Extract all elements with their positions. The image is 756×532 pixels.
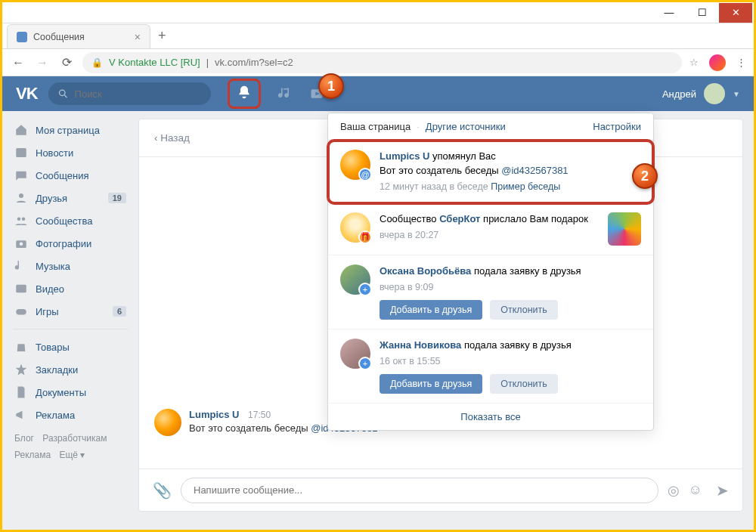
nav-reload-icon[interactable]: ⟳ xyxy=(58,55,75,70)
browser-profile-avatar[interactable] xyxy=(709,54,726,71)
notif-name[interactable]: Lumpics U xyxy=(380,150,429,162)
header-search[interactable] xyxy=(48,82,211,105)
header-username: Андрей xyxy=(662,88,696,100)
news-icon xyxy=(14,146,28,159)
nav-music[interactable]: Музыка xyxy=(5,255,135,277)
chat-input-row: 📎 ◎ ☺ ➤ xyxy=(139,469,742,511)
footer-devs[interactable]: Разработчикам xyxy=(42,433,107,444)
nav-friends[interactable]: Друзья19 xyxy=(5,187,135,209)
nav-bookmarks[interactable]: Закладки xyxy=(5,358,135,381)
nav-ads[interactable]: Реклама xyxy=(5,404,135,426)
browser-menu-icon[interactable]: ⋮ xyxy=(736,57,746,68)
new-tab-button[interactable]: + xyxy=(150,23,174,48)
notifications-button[interactable] xyxy=(228,79,261,109)
message-avatar[interactable] xyxy=(154,409,181,436)
notif-name[interactable]: Оксана Воробьёва xyxy=(380,265,471,277)
notif-name[interactable]: Жанна Новикова xyxy=(380,339,461,351)
notif-item-gift[interactable]: 🎁 Сообщество СберКот прислало Вам подаро… xyxy=(328,203,653,255)
nav-my-page[interactable]: Моя страница xyxy=(5,119,135,141)
favicon-icon xyxy=(17,32,27,42)
notif-avatar[interactable]: @ xyxy=(340,150,370,180)
vk-header: VK Андрей ▼ xyxy=(2,76,754,111)
notif-time: 16 окт в 15:55 xyxy=(380,354,641,368)
svg-point-4 xyxy=(19,193,23,198)
footer-more[interactable]: Ещё ▾ xyxy=(59,450,85,460)
doc-icon xyxy=(14,385,28,399)
notif-time: вчера в 20:27 xyxy=(380,228,599,242)
mention-badge-icon: @ xyxy=(358,168,372,181)
friends-icon xyxy=(14,191,28,205)
svg-rect-3 xyxy=(16,148,26,157)
gift-badge-icon: 🎁 xyxy=(358,230,372,244)
browser-tabstrip: Сообщения × + xyxy=(2,23,754,49)
notif-item-friend-request-1[interactable]: + Оксана Воробьёва подала заявку в друзь… xyxy=(328,255,653,329)
window-minimize[interactable]: — xyxy=(652,3,686,23)
notif-tab-other[interactable]: Другие источники xyxy=(426,121,506,132)
left-nav: Моя страница Новости Сообщения Друзья19 … xyxy=(2,111,138,475)
nav-communities[interactable]: Сообщества xyxy=(5,209,135,232)
lock-icon: 🔒 xyxy=(91,57,103,68)
annotation-marker-1: 1 xyxy=(318,73,344,99)
nav-photos[interactable]: Фотографии xyxy=(5,232,135,255)
nav-games[interactable]: Игры6 xyxy=(5,300,135,323)
notif-mention-link[interactable]: @id432567381 xyxy=(501,165,568,176)
nav-friends-badge: 19 xyxy=(108,193,126,203)
notif-show-all[interactable]: Показать все xyxy=(328,404,653,430)
notif-name[interactable]: СберКот xyxy=(439,213,480,224)
footer-links: Блог Разработчикам Реклама Ещё ▾ xyxy=(5,426,135,468)
emoji-icon[interactable]: ☺ xyxy=(689,482,702,498)
nav-news[interactable]: Новости xyxy=(5,141,135,164)
decline-friend-button[interactable]: Отклонить xyxy=(490,374,558,394)
music-icon[interactable] xyxy=(277,86,293,101)
notif-tab-your-page[interactable]: Ваша страница xyxy=(340,121,411,132)
chevron-down-icon: ▼ xyxy=(733,90,740,98)
bag-icon xyxy=(14,340,28,354)
notif-avatar[interactable]: 🎁 xyxy=(340,212,370,243)
header-user[interactable]: Андрей ▼ xyxy=(662,83,740,104)
url-path: vk.com/im?sel=c2 xyxy=(215,57,293,68)
photo-icon[interactable]: ◎ xyxy=(668,482,680,499)
svg-rect-10 xyxy=(16,309,26,315)
footer-ads[interactable]: Реклама xyxy=(14,450,51,460)
message-author[interactable]: Lumpics U xyxy=(189,409,239,420)
attach-icon[interactable]: 📎 xyxy=(153,481,172,500)
nav-messages[interactable]: Сообщения xyxy=(5,164,135,187)
notif-chat-link[interactable]: Пример беседы xyxy=(491,181,560,192)
message-input[interactable] xyxy=(181,478,658,503)
accept-friend-button[interactable]: Добавить в друзья xyxy=(380,374,482,394)
accept-friend-button[interactable]: Добавить в друзья xyxy=(380,300,482,320)
decline-friend-button[interactable]: Отклонить xyxy=(490,300,558,320)
window-maximize[interactable]: ☐ xyxy=(686,3,719,23)
notif-time: вчера в 9:09 xyxy=(380,280,641,294)
browser-tab[interactable]: Сообщения × xyxy=(7,24,150,48)
nav-videos[interactable]: Видео xyxy=(5,277,135,300)
notif-item-mention[interactable]: @ Lumpics U упомянул Вас Вот это создате… xyxy=(328,141,653,203)
bookmark-star-icon[interactable]: ☆ xyxy=(689,57,699,68)
notif-avatar[interactable]: + xyxy=(340,264,370,295)
svg-point-6 xyxy=(22,218,26,221)
group-icon xyxy=(14,214,28,227)
window-titlebar: — ☐ ✕ xyxy=(2,2,754,23)
nav-market[interactable]: Товары xyxy=(5,336,135,358)
nav-forward-icon[interactable]: → xyxy=(34,56,51,70)
music-nav-icon xyxy=(14,259,28,273)
send-icon[interactable]: ➤ xyxy=(716,481,729,500)
gift-image xyxy=(608,212,641,246)
camera-icon xyxy=(14,237,28,250)
message-icon xyxy=(14,169,28,182)
omnibox[interactable]: 🔒 V Kontakte LLC [RU] | vk.com/im?sel=c2 xyxy=(82,52,682,73)
nav-docs[interactable]: Документы xyxy=(5,381,135,404)
notif-settings-link[interactable]: Настройки xyxy=(593,121,641,132)
window-close[interactable]: ✕ xyxy=(719,3,752,23)
chat-back-button[interactable]: ‹ Назад xyxy=(154,132,190,144)
svg-point-0 xyxy=(59,90,65,96)
vk-logo-icon[interactable]: VK xyxy=(16,84,38,104)
footer-blog[interactable]: Блог xyxy=(14,433,34,444)
search-input[interactable] xyxy=(75,88,202,100)
bell-icon xyxy=(237,85,252,100)
tab-close-icon[interactable]: × xyxy=(135,31,141,43)
nav-back-icon[interactable]: ← xyxy=(10,56,26,70)
home-icon xyxy=(14,123,28,137)
notif-item-friend-request-2[interactable]: + Жанна Новикова подала заявку в друзья … xyxy=(328,329,653,404)
notif-avatar[interactable]: + xyxy=(340,339,370,369)
